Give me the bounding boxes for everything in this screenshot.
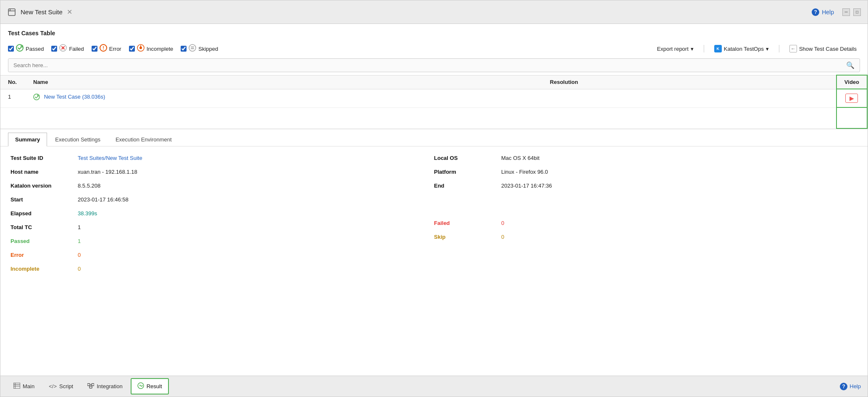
svg-text:!: ! — [103, 45, 104, 50]
incomplete-status-icon — [137, 44, 145, 53]
summary-row-platform: Platform Linux - Firefox 96.0 — [434, 169, 857, 175]
export-report-button[interactable]: Export report ▾ — [654, 44, 697, 54]
filter-incomplete-checkbox[interactable] — [129, 46, 135, 52]
bottom-help-icon: ? — [840, 383, 847, 390]
summary-grid: Test Suite ID Test Suites/New Test Suite… — [11, 155, 857, 279]
tabs-row: Summary Execution Settings Execution Env… — [0, 133, 868, 146]
svg-rect-16 — [191, 48, 194, 49]
window-controls: ─ □ — [842, 8, 861, 16]
video-play-button[interactable]: ▶ — [845, 94, 858, 103]
total-tc-value: 1 — [78, 224, 81, 230]
bottom-tab-main[interactable]: Main — [7, 379, 41, 394]
elapsed-label: Elapsed — [11, 210, 78, 217]
filter-incomplete: Incomplete — [129, 44, 174, 53]
filter-error-label: Error — [109, 46, 121, 52]
svg-rect-23 — [87, 384, 90, 386]
summary-row-error: Error 0 — [11, 252, 434, 258]
filter-skipped-label: Skipped — [198, 46, 218, 52]
summary-left-col: Test Suite ID Test Suites/New Test Suite… — [11, 155, 434, 279]
summary-row-host-name: Host name xuan.tran - 192.168.1.18 — [11, 169, 434, 175]
filter-error-checkbox[interactable] — [92, 46, 97, 52]
title-bar: New Test Suite ✕ ? Help ─ □ — [0, 0, 868, 24]
svg-rect-25 — [89, 386, 92, 388]
show-details-button[interactable]: ← Show Test Case Details — [786, 43, 860, 54]
failed-value: 0 — [501, 220, 504, 226]
show-details-icon: ← — [789, 45, 797, 52]
table-row: 1 New Test Case (38.036s) ▶ — [0, 89, 867, 107]
minimize-button[interactable]: ─ — [842, 8, 850, 16]
filter-row: ↺ Passed Failed ! — [0, 41, 868, 58]
export-label: Export report — [657, 46, 689, 52]
script-tab-icon: </> — [49, 383, 57, 389]
summary-row-local-os: Local OS Mac OS X 64bit — [434, 155, 857, 161]
test-cases-table: No. Name Resolution Video 1 New Test C — [0, 75, 868, 129]
host-name-value: xuan.tran - 192.168.1.18 — [78, 169, 137, 175]
separator-1 — [704, 45, 704, 52]
summary-row-elapsed: Elapsed 38.399s — [11, 210, 434, 217]
col-header-resolution: Resolution — [542, 75, 836, 89]
failed-status-icon — [59, 44, 67, 53]
filter-failed-checkbox[interactable] — [51, 46, 57, 52]
search-bar: 🔍 — [8, 58, 860, 72]
table-cell-resolution — [542, 89, 836, 107]
help-button[interactable]: ? Help — [812, 8, 834, 16]
filter-failed: Failed — [51, 44, 84, 53]
filter-incomplete-label: Incomplete — [147, 46, 174, 52]
col-header-video: Video — [836, 75, 867, 89]
testops-label: Katalon TestOps — [724, 46, 764, 52]
table-cell-video: ▶ — [836, 89, 867, 107]
bottom-bar: Main </> Script Integration Result ? — [0, 376, 868, 397]
elapsed-value: 38.399s — [78, 210, 97, 217]
local-os-label: Local OS — [434, 155, 501, 161]
main-tab-label: Main — [23, 383, 34, 389]
bottom-tab-result[interactable]: Result — [131, 378, 169, 394]
filter-skipped-checkbox[interactable] — [181, 46, 187, 52]
empty-cell-2 — [26, 107, 542, 128]
table-cell-name: New Test Case (38.036s) — [26, 89, 542, 107]
bottom-help-button[interactable]: ? Help — [840, 383, 861, 390]
platform-value: Linux - Firefox 96.0 — [501, 169, 548, 175]
col-header-name: Name — [26, 75, 542, 89]
export-dropdown-icon: ▾ — [691, 46, 694, 52]
svg-rect-24 — [92, 384, 94, 386]
help-icon: ? — [812, 8, 819, 16]
summary-content: Test Suite ID Test Suites/New Test Suite… — [0, 146, 868, 376]
filter-left: ↺ Passed Failed ! — [8, 44, 218, 53]
testops-button[interactable]: K Katalon TestOps ▾ — [711, 43, 772, 54]
search-icon: 🔍 — [846, 61, 855, 69]
host-name-label: Host name — [11, 169, 78, 175]
help-label: Help — [822, 9, 834, 16]
svg-rect-15 — [191, 47, 194, 47]
incomplete-value: 0 — [78, 266, 81, 272]
row-status-icon — [33, 94, 42, 100]
col-header-no: No. — [0, 75, 26, 89]
filter-passed-checkbox[interactable] — [8, 46, 14, 52]
maximize-button[interactable]: □ — [853, 8, 861, 16]
filter-passed-label: Passed — [26, 46, 44, 52]
passed-label: Passed — [11, 238, 78, 244]
table-empty-row — [0, 107, 867, 128]
bottom-tab-script[interactable]: </> Script — [42, 379, 79, 393]
search-input[interactable] — [13, 62, 846, 68]
tab-summary[interactable]: Summary — [8, 133, 47, 146]
window-title: New Test Suite — [21, 8, 63, 16]
empty-cell-3 — [542, 107, 836, 128]
close-icon[interactable]: ✕ — [67, 8, 72, 16]
test-suite-id-value[interactable]: Test Suites/New Test Suite — [78, 155, 142, 161]
bottom-tab-integration[interactable]: Integration — [81, 379, 129, 394]
table-cell-no: 1 — [0, 89, 26, 107]
end-label: End — [434, 183, 501, 189]
skip-value: 0 — [501, 234, 504, 240]
svg-point-12 — [139, 47, 142, 49]
bottom-help-label: Help — [850, 383, 861, 389]
filter-right: Export report ▾ K Katalon TestOps ▾ ← Sh… — [654, 43, 860, 54]
tab-execution-environment[interactable]: Execution Environment — [108, 133, 179, 146]
test-case-name-link[interactable]: New Test Case — [44, 94, 81, 100]
start-label: Start — [11, 196, 78, 203]
window-icon — [7, 8, 16, 17]
summary-section: Summary Execution Settings Execution Env… — [0, 129, 868, 376]
error-status-icon: ! — [100, 44, 107, 53]
tab-execution-settings[interactable]: Execution Settings — [48, 133, 108, 146]
test-suite-id-label: Test Suite ID — [11, 155, 78, 161]
summary-right-col: Local OS Mac OS X 64bit Platform Linux -… — [434, 155, 857, 279]
